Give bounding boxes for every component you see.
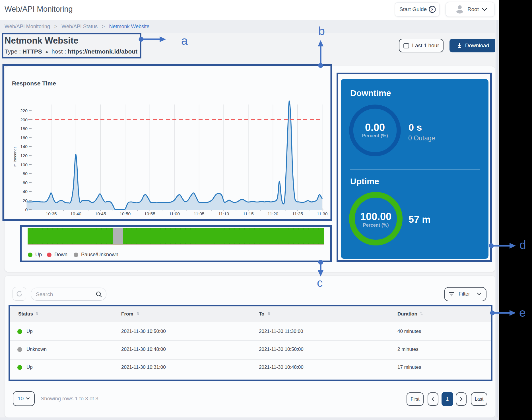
svg-text:b: b [318,24,325,38]
svg-text:d: d [519,238,526,251]
svg-text:c: c [317,276,323,289]
svg-text:e: e [519,306,526,319]
svg-text:a: a [181,34,188,47]
